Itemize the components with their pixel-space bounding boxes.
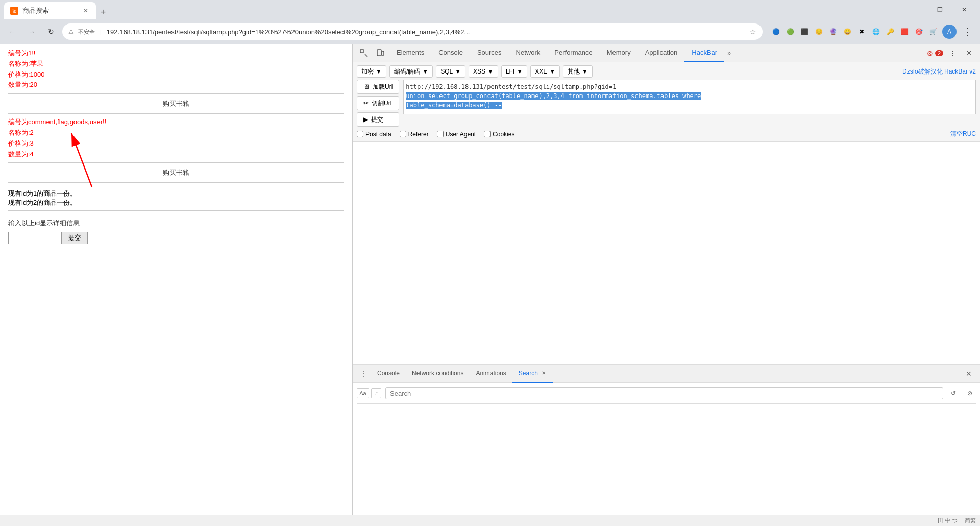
ext-icon-9[interactable]: 🔑 xyxy=(884,26,896,38)
load-url-button[interactable]: 🖥 加载Url xyxy=(357,80,399,94)
bt-tab-console[interactable]: Console xyxy=(371,365,406,383)
post-data-checkbox[interactable]: Post data xyxy=(357,131,391,138)
device-toolbar-icon[interactable] xyxy=(373,46,387,60)
bt-tab-network-conditions[interactable]: Network conditions xyxy=(406,365,470,383)
bottom-panel-close[interactable]: ✕ xyxy=(962,367,976,381)
menu-button[interactable]: ⋮ xyxy=(960,23,976,40)
decode-button[interactable]: 编码/解码 ▼ xyxy=(389,65,433,78)
other-button[interactable]: 其他 ▼ xyxy=(563,65,593,78)
bt-tab-search[interactable]: Search ✕ xyxy=(512,365,553,383)
lfi-dropdown-icon: ▼ xyxy=(517,68,523,75)
clear-ruc-button[interactable]: 清空RUC xyxy=(950,130,976,138)
bt-tab-animations[interactable]: Animations xyxy=(470,365,512,383)
submit-button[interactable]: 提交 xyxy=(61,232,88,244)
ext-icon-12[interactable]: 🛒 xyxy=(927,26,939,38)
address-bar: ← → ↻ ⚠ 不安全 | 192.168.18.131/pentest/tes… xyxy=(0,19,980,44)
tab-close-button[interactable]: ✕ xyxy=(82,7,90,15)
search-refresh-icon[interactable]: ↺ xyxy=(947,388,960,398)
ext-icon-4[interactable]: 😊 xyxy=(813,26,825,38)
ext-icon-5[interactable]: 🔮 xyxy=(827,26,839,38)
more-tabs-button[interactable]: » xyxy=(724,50,734,57)
separator-6 xyxy=(8,214,344,214)
search-input[interactable] xyxy=(390,390,939,397)
active-tab[interactable]: 🛍 商品搜索 ✕ xyxy=(4,2,96,19)
ext-icon-7[interactable]: ✖ xyxy=(855,26,868,38)
search-toggle: Aa .* xyxy=(357,388,381,398)
product-2-price: 价格为:3 xyxy=(8,138,344,149)
product-1-price: 价格为:1000 xyxy=(8,69,344,80)
tab-bar: 🛍 商品搜索 ✕ + xyxy=(4,0,901,19)
submit-url-button[interactable]: ▶ 提交 xyxy=(357,112,399,127)
tab-sources[interactable]: Sources xyxy=(470,44,509,62)
regex-button[interactable]: .* xyxy=(371,388,381,398)
minimize-button[interactable]: — xyxy=(903,2,927,18)
user-agent-checkbox[interactable]: User Agent xyxy=(437,131,476,138)
separator-3 xyxy=(8,162,344,163)
input-section: 输入以上id显示详细信息 提交 xyxy=(8,219,344,244)
forward-button[interactable]: → xyxy=(23,23,40,40)
ext-icon-2[interactable]: 🟢 xyxy=(784,26,796,38)
tab-performance[interactable]: Performance xyxy=(547,44,599,62)
referer-checkbox[interactable]: Referer xyxy=(400,131,429,138)
maximize-button[interactable]: ❐ xyxy=(928,2,951,18)
product-2-qty: 数量为:4 xyxy=(8,149,344,160)
encrypt-button[interactable]: 加密 ▼ xyxy=(357,65,386,78)
stock-2: 现有id为2的商品一份。 xyxy=(8,198,344,207)
new-tab-button[interactable]: + xyxy=(96,5,110,19)
user-agent-check[interactable] xyxy=(437,131,444,137)
devtools-settings-icon[interactable]: ⋮ xyxy=(945,46,960,60)
ext-icon-11[interactable]: 🎯 xyxy=(913,26,925,38)
tab-console[interactable]: Console xyxy=(431,44,470,62)
reload-button[interactable]: ↻ xyxy=(43,23,59,40)
decode-dropdown-icon: ▼ xyxy=(422,68,428,75)
tab-elements[interactable]: Elements xyxy=(389,44,431,62)
close-button[interactable]: ✕ xyxy=(952,2,976,18)
xxe-button[interactable]: XXE ▼ xyxy=(530,65,560,78)
svg-rect-3 xyxy=(377,50,381,56)
bookmark-icon[interactable]: ☆ xyxy=(750,28,756,36)
buy-btn-row-1: 购买书籍 xyxy=(8,97,344,110)
ext-icon-3[interactable]: ⬛ xyxy=(798,26,811,38)
ext-icon-6[interactable]: 😄 xyxy=(841,26,853,38)
referer-check[interactable] xyxy=(400,131,406,137)
submit-icon: ▶ xyxy=(363,116,368,123)
xss-button[interactable]: XSS ▼ xyxy=(469,65,498,78)
ext-icon-1[interactable]: 🔵 xyxy=(770,26,782,38)
product-2-info: 编号为comment,flag,goods,user!! 名称为:2 价格为:3… xyxy=(8,117,344,159)
match-case-button[interactable]: Aa xyxy=(357,388,369,398)
other-dropdown-icon: ▼ xyxy=(582,68,588,75)
url-bar[interactable]: ⚠ 不安全 | 192.168.18.131/pentest/test/sqli… xyxy=(62,23,763,40)
buy-button-2[interactable]: 购买书籍 xyxy=(163,168,189,177)
hackbar-url-display[interactable]: http://192.168.18.131/pentest/test/sqli/… xyxy=(403,80,976,114)
tab-application[interactable]: Application xyxy=(638,44,685,62)
inspect-icon[interactable] xyxy=(357,46,371,60)
tab-network[interactable]: Network xyxy=(509,44,548,62)
ext-icon-8[interactable]: 🌐 xyxy=(870,26,882,38)
bottom-panel-menu-icon[interactable]: ⋮ xyxy=(357,367,371,381)
devtools-actions: ⊗ 2 ⋮ ✕ xyxy=(927,46,976,60)
devtools-close-icon[interactable]: ✕ xyxy=(962,46,976,60)
tab-hackbar[interactable]: HackBar xyxy=(684,44,724,62)
id-input[interactable] xyxy=(8,232,59,244)
cookies-checkbox[interactable]: Cookies xyxy=(484,131,514,138)
search-tab-close[interactable]: ✕ xyxy=(540,370,547,377)
buy-button-1[interactable]: 购买书籍 xyxy=(163,99,189,108)
search-clear-icon[interactable]: ⊘ xyxy=(964,388,976,398)
split-url-button[interactable]: ✂ 切割Url xyxy=(357,96,399,110)
tab-memory[interactable]: Memory xyxy=(600,44,638,62)
post-data-check[interactable] xyxy=(357,131,363,137)
sql-dropdown-icon: ▼ xyxy=(455,68,461,75)
sql-button[interactable]: SQL ▼ xyxy=(436,65,465,78)
separator-1 xyxy=(8,93,344,94)
search-results-area xyxy=(353,408,980,515)
tab-title: 商品搜索 xyxy=(22,6,78,15)
hackbar-action-btns: 🖥 加载Url ✂ 切割Url ▶ 提交 xyxy=(357,80,399,127)
profile-button[interactable]: A xyxy=(942,25,957,39)
lfi-button[interactable]: LFI ▼ xyxy=(501,65,527,78)
ext-icon-10[interactable]: 🟥 xyxy=(898,26,911,38)
hackbar-url-textarea-wrap: http://192.168.18.131/pentest/test/sqli/… xyxy=(403,80,976,114)
stock-1: 现有id为1的商品一份。 xyxy=(8,189,344,198)
cookies-check[interactable] xyxy=(484,131,491,137)
svg-rect-4 xyxy=(382,51,384,55)
back-button[interactable]: ← xyxy=(4,23,20,40)
